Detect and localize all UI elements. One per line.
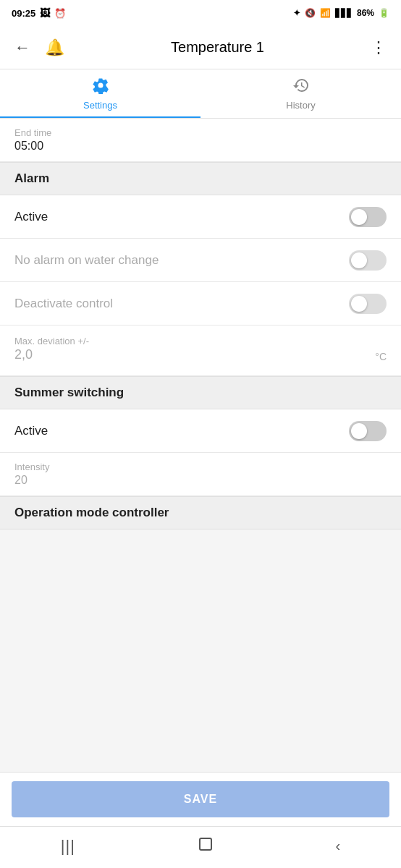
- status-icons: ✦ 🔇 📶 ▋▋▋ 86% 🔋: [293, 8, 389, 18]
- no-alarm-water-toggle[interactable]: [349, 250, 387, 271]
- intensity-value: 20: [14, 474, 28, 487]
- max-deviation-label: Max. deviation +/-: [14, 336, 89, 346]
- history-icon: [292, 77, 310, 98]
- bell-icon[interactable]: 🔔: [39, 33, 70, 63]
- summer-active-row: Active: [0, 409, 401, 453]
- bluetooth-icon: ✦: [293, 8, 300, 18]
- tab-history[interactable]: History: [200, 69, 401, 118]
- nav-home-icon[interactable]: [197, 835, 214, 856]
- status-bar: 09:25 🖼 ⏰ ✦ 🔇 📶 ▋▋▋ 86% 🔋: [0, 0, 401, 26]
- alarm-section-header: Alarm: [0, 162, 401, 195]
- summer-section-header: Summer switching: [0, 376, 401, 409]
- max-deviation-row[interactable]: Max. deviation +/- 2,0 °C: [0, 326, 401, 376]
- signal-icon: ▋▋▋: [335, 9, 353, 18]
- page-title: Temperature 1: [70, 39, 365, 56]
- alarm-section-title: Alarm: [14, 171, 49, 185]
- tab-settings[interactable]: Settings: [0, 69, 200, 118]
- save-area: SAVE: [0, 772, 401, 826]
- settings-tab-label: Settings: [83, 100, 117, 111]
- end-time-label: End time: [14, 127, 51, 138]
- svg-rect-0: [200, 838, 211, 850]
- alarm-active-toggle[interactable]: [349, 207, 387, 227]
- no-alarm-water-row: No alarm on water change: [0, 239, 401, 282]
- alarm-clock-icon: ⏰: [54, 8, 66, 19]
- operation-mode-title: Operation mode controller: [14, 506, 169, 519]
- battery-icon: 🔋: [379, 8, 389, 18]
- wifi-icon: 📶: [320, 8, 331, 18]
- nav-back-icon[interactable]: ‹: [335, 838, 340, 854]
- settings-icon: [92, 77, 109, 98]
- save-button[interactable]: SAVE: [12, 781, 389, 817]
- time-display: 09:25: [12, 8, 35, 19]
- bottom-nav: ||| ‹: [0, 826, 401, 868]
- summer-active-toggle[interactable]: [349, 421, 387, 441]
- mute-icon: 🔇: [305, 8, 316, 18]
- deactivate-control-label: Deactivate control: [14, 297, 113, 311]
- tab-bar: Settings History: [0, 69, 401, 119]
- more-button[interactable]: ⋮: [365, 33, 392, 63]
- intensity-label: Intensity: [14, 461, 49, 472]
- intensity-row[interactable]: Intensity 20: [0, 453, 401, 496]
- alarm-active-row: Active: [0, 195, 401, 239]
- back-button[interactable]: ←: [9, 33, 36, 63]
- photo-icon: 🖼: [40, 7, 50, 19]
- max-deviation-value: 2,0: [14, 347, 33, 362]
- end-time-value[interactable]: 05:00: [14, 140, 43, 153]
- max-deviation-unit: °C: [375, 351, 387, 362]
- deactivate-control-toggle[interactable]: [349, 294, 387, 314]
- operation-mode-section-header: Operation mode controller: [0, 496, 401, 529]
- battery-percent: 86%: [357, 8, 374, 18]
- summer-section-title: Summer switching: [14, 386, 124, 399]
- content-area: End time 05:00 Alarm Active No alarm on …: [0, 119, 401, 772]
- alarm-active-label: Active: [14, 210, 48, 224]
- status-time: 09:25 🖼 ⏰: [12, 7, 66, 19]
- history-tab-label: History: [286, 100, 315, 111]
- app-bar: ← 🔔 Temperature 1 ⋮: [0, 26, 401, 69]
- summer-active-label: Active: [14, 424, 48, 438]
- deactivate-control-row: Deactivate control: [0, 282, 401, 326]
- no-alarm-water-label: No alarm on water change: [14, 253, 159, 268]
- end-time-row: End time 05:00: [0, 119, 401, 162]
- nav-menu-icon[interactable]: |||: [61, 837, 75, 856]
